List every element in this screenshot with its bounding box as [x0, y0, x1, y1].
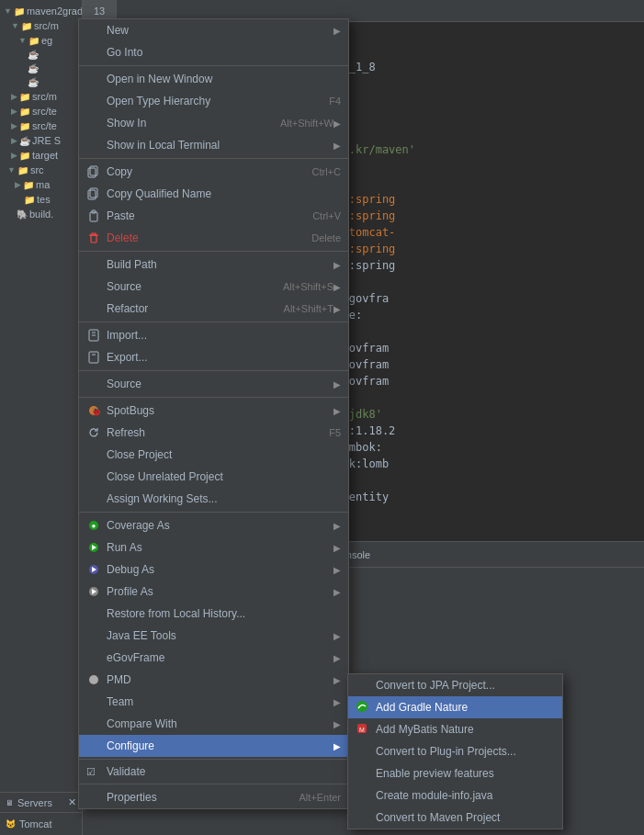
menu-item-properties-label: Properties: [107, 791, 280, 804]
tree-item-f2[interactable]: ☕: [0, 62, 82, 75]
tree-item-srcm2[interactable]: ▶ 📁 src/m: [0, 89, 82, 104]
svg-point-23: [356, 701, 367, 712]
submenu-item-add-gradle-nature[interactable]: Add Gradle Nature: [348, 696, 562, 718]
menu-item-open-new-window[interactable]: Open in New Window: [79, 68, 348, 90]
menu-item-goto-label: Go Into: [107, 46, 341, 59]
menu-item-validate[interactable]: ☑ Validate: [79, 762, 348, 782]
validate-check-icon: ☑: [86, 766, 101, 778]
menu-item-goto[interactable]: Go Into: [79, 41, 348, 63]
menu-item-coverage-as-label: Coverage As: [107, 519, 333, 532]
submenu-item-add-mybatis-nature[interactable]: M Add MyBatis Nature: [348, 718, 562, 740]
menu-item-spotbugs[interactable]: 🐞 SpotBugs ▶: [79, 400, 348, 422]
show-in-icon: [86, 116, 101, 130]
tree-item-jre[interactable]: ▶ ☕ JRE S: [0, 133, 82, 148]
menu-item-copy-qualified[interactable]: Copy Qualified Name: [79, 183, 348, 205]
menu-item-team[interactable]: Team ▶: [79, 691, 348, 713]
menu-item-configure[interactable]: Configure ▶: [79, 735, 348, 757]
menu-item-delete-label: Delete: [107, 231, 293, 244]
submenu-item-enable-preview-label: Enable preview features: [376, 767, 494, 780]
submenu-item-enable-preview[interactable]: Enable preview features: [348, 762, 562, 784]
tree-root[interactable]: ▼ 📁 maven2gradle: [0, 4, 82, 18]
tree-item-srcm[interactable]: ▼ 📁 src/m: [0, 18, 82, 33]
submenu-item-convert-plugin[interactable]: Convert to Plug-in Projects...: [348, 740, 562, 762]
debug-as-arrow-icon: ▶: [333, 565, 341, 575]
menu-item-build-path[interactable]: Build Path ▶: [79, 254, 348, 276]
goto-icon: [86, 45, 101, 60]
menu-item-new[interactable]: New ▶: [79, 19, 348, 41]
source-icon: [86, 279, 101, 294]
menu-item-debug-as[interactable]: Debug As ▶: [79, 559, 348, 581]
menu-item-source[interactable]: Source Alt+Shift+S ▶: [79, 276, 348, 298]
delete-icon: [86, 231, 101, 245]
menu-item-import[interactable]: Import...: [79, 324, 348, 346]
convert-plugin-icon: [356, 744, 370, 759]
menu-item-paste-label: Paste: [107, 209, 294, 222]
tree-item-ma[interactable]: ▶ 📁 ma: [0, 177, 82, 192]
debug-as-icon: [86, 562, 101, 577]
menu-item-source2[interactable]: Source ▶: [79, 373, 348, 395]
menu-item-close-unrelated[interactable]: Close Unrelated Project: [79, 466, 348, 488]
pmd-icon: [86, 672, 101, 687]
submenu-item-convert-maven[interactable]: Convert to Maven Project: [348, 807, 562, 829]
menu-item-pmd[interactable]: PMD ▶: [79, 669, 348, 691]
show-local-terminal-icon: [86, 138, 101, 152]
tree-item-f1[interactable]: ☕: [0, 48, 82, 62]
submenu-item-create-module-info[interactable]: Create module-info.java: [348, 784, 562, 807]
menu-item-restore-history[interactable]: Restore from Local History...: [79, 603, 348, 625]
menu-item-build-path-label: Build Path: [107, 258, 333, 271]
svg-text:🐞: 🐞: [91, 406, 100, 417]
menu-item-refresh[interactable]: Refresh F5: [79, 422, 348, 444]
menu-item-java-ee-tools[interactable]: Java EE Tools ▶: [79, 625, 348, 647]
menu-item-open-type-hierarchy[interactable]: Open Type Hierarchy F4: [79, 90, 348, 112]
tree-item-eg[interactable]: ▼ 📁 eg: [0, 33, 82, 48]
refactor-shortcut: Alt+Shift+T: [284, 303, 333, 314]
menu-item-paste[interactable]: Paste Ctrl+V: [79, 205, 348, 227]
menu-item-profile-as[interactable]: Profile As ▶: [79, 581, 348, 603]
compare-with-icon: [86, 717, 101, 731]
menu-item-close-project[interactable]: Close Project: [79, 444, 348, 466]
menu-item-assign-working-sets[interactable]: Assign Working Sets...: [79, 488, 348, 510]
menu-item-copy-label: Copy: [107, 165, 294, 178]
menu-item-copy[interactable]: Copy Ctrl+C: [79, 161, 348, 183]
menu-item-properties[interactable]: Properties Alt+Enter: [79, 786, 348, 808]
source2-icon: [86, 377, 101, 391]
separator-6: [79, 397, 348, 398]
run-as-arrow-icon: ▶: [333, 543, 341, 553]
menu-item-open-new-window-label: Open in New Window: [107, 73, 341, 85]
menu-item-source2-label: Source: [107, 378, 333, 390]
menu-item-source-label: Source: [107, 280, 265, 293]
menu-item-java-ee-tools-label: Java EE Tools: [107, 629, 333, 642]
java-ee-tools-arrow-icon: ▶: [333, 631, 341, 641]
file-tree: ▼ 📁 maven2gradle ▼ 📁 src/m ▼ 📁 eg ☕ ☕ ☕ …: [0, 0, 83, 835]
team-icon: [86, 694, 101, 709]
tree-item-build[interactable]: 🐘 build.: [0, 207, 82, 221]
submenu-item-create-module-info-label: Create module-info.java: [376, 789, 492, 802]
menu-item-coverage-as[interactable]: ● Coverage As ▶: [79, 514, 348, 536]
tree-item-srcte[interactable]: ▶ 📁 src/te: [0, 104, 82, 118]
egovframe-icon: [86, 650, 101, 665]
menu-item-compare-with[interactable]: Compare With ▶: [79, 713, 348, 735]
delete-shortcut: Delete: [311, 232, 341, 243]
server-tomcat-item[interactable]: 🐱 Tomcat: [6, 817, 76, 831]
menu-item-show-in[interactable]: Show In Alt+Shift+W ▶: [79, 112, 348, 134]
menu-item-run-as[interactable]: Run As ▶: [79, 536, 348, 559]
tree-item-srcte2[interactable]: ▶ 📁 src/te: [0, 118, 82, 133]
tree-item-target[interactable]: ▶ 📁 target: [0, 148, 82, 163]
submenu-item-convert-jpa[interactable]: Convert to JPA Project...: [348, 674, 562, 696]
menu-item-export[interactable]: Export...: [79, 346, 348, 368]
menu-item-delete[interactable]: Delete Delete: [79, 227, 348, 249]
tree-item-f3[interactable]: ☕: [0, 75, 82, 89]
menu-item-refactor[interactable]: Refactor Alt+Shift+T ▶: [79, 298, 348, 320]
menu-item-copy-qualified-label: Copy Qualified Name: [107, 187, 341, 200]
separator-5: [79, 370, 348, 371]
profile-as-icon: [86, 584, 101, 599]
menu-item-show-local-terminal[interactable]: Show in Local Terminal ▶: [79, 134, 348, 156]
open-type-hierarchy-icon: [86, 94, 101, 108]
servers-close-icon[interactable]: ✕: [68, 796, 76, 808]
servers-icon: 🖥: [6, 798, 14, 807]
tree-item-src2[interactable]: ▼ 📁 src: [0, 163, 82, 177]
menu-item-egovframe[interactable]: eGovFrame ▶: [79, 647, 348, 669]
tree-item-tes[interactable]: 📁 tes: [0, 192, 82, 207]
submenu-item-convert-plugin-label: Convert to Plug-in Projects...: [376, 745, 516, 758]
menu-item-restore-history-label: Restore from Local History...: [107, 607, 341, 620]
